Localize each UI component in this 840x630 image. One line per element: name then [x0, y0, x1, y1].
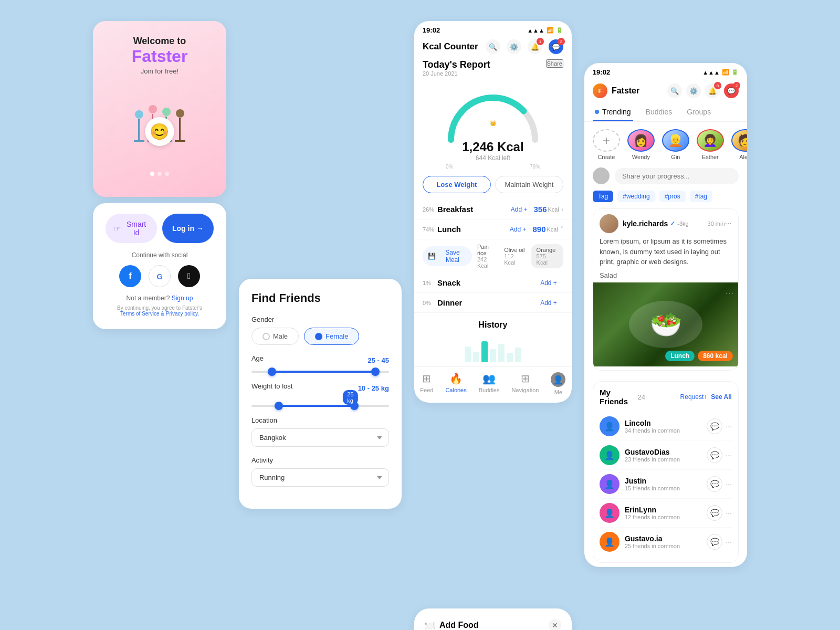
- post-input[interactable]: [615, 168, 739, 184]
- breakfast-pct: 26%: [423, 206, 437, 213]
- apple-button[interactable]: : [178, 265, 200, 287]
- dot-3[interactable]: [165, 172, 169, 176]
- settings-button[interactable]: ⚙️: [507, 39, 521, 54]
- story-alex[interactable]: 🧑 Alex: [731, 129, 747, 160]
- lunch-row: 74% Lunch Add + 890 Kcal ˅: [414, 219, 572, 239]
- tag-wedding[interactable]: #wedding: [617, 191, 655, 202]
- lunch-add[interactable]: Add +: [510, 226, 527, 233]
- tag-button[interactable]: Tag: [593, 191, 613, 202]
- hero-illustration: 😊: [106, 81, 214, 165]
- nav-buddies[interactable]: 👥 Buddies: [479, 372, 500, 395]
- gustavo-dias-more-button[interactable]: ···: [726, 451, 732, 459]
- esther-avatar[interactable]: 👩‍🦱: [697, 129, 724, 152]
- social-chat-button[interactable]: 💬 2: [724, 83, 739, 98]
- nav-calories[interactable]: 🔥 Calories: [445, 372, 466, 395]
- snack-add[interactable]: Add +: [540, 279, 557, 287]
- social-search-button[interactable]: 🔍: [667, 83, 682, 98]
- justin-more-button[interactable]: ···: [726, 480, 732, 488]
- male-toggle[interactable]: Male: [251, 328, 299, 345]
- save-meal-button[interactable]: 💾 Save Meal: [423, 246, 472, 266]
- age-slider[interactable]: [251, 371, 389, 373]
- activity-select[interactable]: Running: [251, 468, 389, 487]
- gustavo-ia-chat-button[interactable]: 💬: [707, 534, 722, 550]
- weight-label: Weight to lost: [251, 382, 293, 390]
- wendy-avatar[interactable]: 👩: [627, 129, 655, 152]
- weight-slider-min[interactable]: [275, 402, 283, 410]
- breakfast-add[interactable]: Add +: [511, 206, 528, 213]
- login-button[interactable]: Log in →: [162, 214, 214, 243]
- age-slider-max[interactable]: [371, 368, 380, 376]
- lincoln-more-button[interactable]: ···: [726, 422, 732, 430]
- continue-text: Continue with social: [106, 251, 214, 259]
- chat-button[interactable]: 💬 2: [549, 39, 563, 54]
- dot-1[interactable]: [150, 172, 154, 176]
- friends-request-button[interactable]: Request↑: [680, 393, 707, 401]
- wendy-name: Wendy: [632, 154, 650, 160]
- dinner-add[interactable]: Add +: [540, 299, 557, 307]
- nav-me[interactable]: 👤 Me: [551, 372, 565, 395]
- lose-weight-tab[interactable]: Lose Weight: [423, 176, 491, 193]
- google-button[interactable]: G: [149, 265, 171, 287]
- erin-lynn-chat-button[interactable]: 💬: [707, 505, 722, 521]
- post-more-button[interactable]: ···: [725, 219, 732, 228]
- story-gin[interactable]: 👱 Gin: [662, 129, 689, 160]
- gin-avatar[interactable]: 👱: [662, 129, 689, 152]
- post-user-info: kyle.richards ✓ -3kg: [623, 219, 708, 228]
- food-orange[interactable]: Orange 575 Kcal: [531, 244, 563, 268]
- notification-button[interactable]: 🔔 1: [528, 39, 542, 54]
- close-button[interactable]: ✕: [549, 619, 561, 630]
- lunch-kcal: 890: [532, 225, 545, 234]
- tag-pros[interactable]: #pros: [659, 191, 686, 202]
- share-button[interactable]: Share: [546, 59, 563, 68]
- dot-2[interactable]: [158, 172, 162, 176]
- tag-tag[interactable]: #tag: [690, 191, 712, 202]
- facebook-button[interactable]: f: [119, 265, 141, 287]
- story-create[interactable]: + Create: [593, 129, 620, 160]
- smartid-button[interactable]: ☞ Smart Id: [106, 214, 157, 243]
- carousel-dots[interactable]: [106, 172, 214, 176]
- meal-tabs: Lose Weight Maintain Weight: [414, 170, 572, 200]
- tags-row: Tag #wedding #pros #tag: [584, 191, 747, 208]
- nav-navigation[interactable]: ⊞ Navigation: [511, 372, 539, 395]
- lincoln-chat-button[interactable]: 💬: [707, 418, 722, 434]
- gustavo-ia-mutual: 25 friends in common: [625, 543, 707, 549]
- weight-slider[interactable]: 25 kg: [251, 405, 389, 407]
- story-wendy[interactable]: 👩 Wendy: [627, 129, 655, 160]
- tab-groups[interactable]: Groups: [685, 103, 713, 121]
- female-toggle[interactable]: Female: [304, 328, 359, 345]
- report-title: Today's Report: [423, 59, 490, 70]
- dinner-pct: 0%: [423, 300, 437, 306]
- location-select[interactable]: Bangkok: [251, 428, 389, 447]
- erin-lynn-more-button[interactable]: ···: [726, 509, 732, 517]
- gender-label: Gender: [251, 316, 389, 323]
- weight-slider-max[interactable]: 25 kg: [350, 402, 359, 410]
- stories-row: + Create 👩 Wendy 👱 Gin 👩‍🦱 Esther 🧑 Alex: [584, 122, 747, 167]
- alex-avatar[interactable]: 🧑: [731, 129, 747, 152]
- social-notification-badge: 8: [714, 82, 721, 89]
- login-form: ☞ Smart Id Log in → Continue with social…: [93, 203, 226, 329]
- terms-link[interactable]: Terms of Service & Privacy policy.: [120, 311, 199, 317]
- gustavo-ia-more-button[interactable]: ···: [726, 538, 732, 546]
- story-esther[interactable]: 👩‍🦱 Esther: [697, 129, 724, 160]
- create-story-button[interactable]: +: [593, 129, 620, 152]
- lunch-badge: Lunch: [665, 351, 695, 361]
- justin-chat-button[interactable]: 💬: [707, 476, 722, 492]
- gustavo-dias-chat-button[interactable]: 💬: [707, 447, 722, 463]
- tab-trending[interactable]: Trending: [593, 103, 633, 121]
- add-food-icon: 🍽️: [425, 621, 435, 631]
- social-settings-button[interactable]: ⚙️: [686, 83, 701, 98]
- maintain-weight-tab[interactable]: Maintain Weight: [495, 176, 563, 193]
- signup-link[interactable]: Sign up: [172, 295, 193, 302]
- friends-see-all-button[interactable]: See All: [711, 393, 732, 401]
- nav-feed[interactable]: ⊞ Feed: [420, 372, 433, 395]
- social-brand: F Fatster: [593, 83, 639, 98]
- age-range-value: 25 - 45: [368, 356, 388, 364]
- friends-section: My Friends 24 Request↑ See All 👤 Lincoln…: [593, 381, 739, 563]
- search-button[interactable]: 🔍: [486, 39, 500, 54]
- add-food-header: 🍽️ Add Food ✕: [425, 619, 561, 630]
- notification-badge: 1: [537, 38, 544, 45]
- bar-3: [481, 341, 488, 362]
- age-slider-min[interactable]: [268, 368, 276, 376]
- social-notification-button[interactable]: 🔔 8: [705, 83, 720, 98]
- tab-buddies[interactable]: Buddies: [644, 103, 675, 121]
